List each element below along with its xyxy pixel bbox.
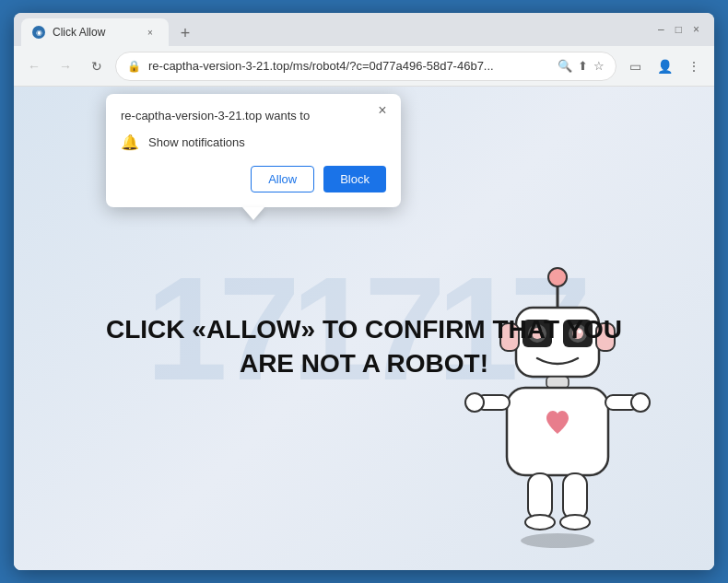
nav-right-icons: ▭ 👤 ⋮ — [622, 53, 707, 79]
minimize-button[interactable]: – — [658, 23, 664, 36]
svg-point-0 — [521, 533, 594, 548]
notification-popup: × re-captha-version-3-21.top wants to 🔔 … — [106, 94, 401, 207]
permission-text: Show notifications — [148, 135, 245, 149]
search-icon[interactable]: 🔍 — [558, 59, 572, 73]
window-controls: – □ × — [658, 23, 707, 36]
allow-button[interactable]: Allow — [251, 166, 314, 192]
popup-buttons: Allow Block — [121, 166, 386, 192]
captcha-line1: CLICK «ALLOW» TO CONFIRM THAT YOU — [106, 313, 622, 346]
svg-rect-21 — [563, 473, 587, 519]
svg-rect-20 — [528, 473, 552, 519]
svg-point-19 — [631, 393, 650, 412]
url-text: re-captha-version-3-21.top/ms/robot4/?c=… — [148, 59, 550, 73]
bookmark-icon[interactable]: ☆ — [593, 59, 605, 73]
tab-close-button[interactable]: × — [143, 25, 158, 40]
tab-area: ◉ Click Allow × + — [21, 13, 652, 46]
address-bar[interactable]: 🔒 re-captha-version-3-21.top/ms/robot4/?… — [115, 52, 616, 81]
close-window-button[interactable]: × — [693, 23, 699, 36]
popup-close-button[interactable]: × — [373, 101, 392, 120]
content-area: 171717 CLICK «ALLOW» TO CONFIRM THAT YOU… — [14, 87, 714, 570]
split-screen-button[interactable]: ▭ — [622, 53, 648, 79]
nav-bar: ← → ↻ 🔒 re-captha-version-3-21.top/ms/ro… — [14, 46, 714, 87]
svg-point-18 — [465, 393, 484, 412]
back-button[interactable]: ← — [21, 53, 47, 79]
profile-button[interactable]: 👤 — [652, 53, 677, 79]
captcha-message: CLICK «ALLOW» TO CONFIRM THAT YOU ARE NO… — [106, 313, 622, 380]
forward-button[interactable]: → — [53, 53, 78, 79]
popup-tail — [242, 207, 264, 220]
robot-illustration — [456, 257, 659, 552]
svg-point-22 — [525, 515, 555, 530]
browser-window: ◉ Click Allow × + – □ × ← → ↻ 🔒 re-capth… — [14, 13, 714, 570]
share-icon[interactable]: ⬆ — [578, 59, 588, 73]
menu-button[interactable]: ⋮ — [681, 53, 707, 79]
address-bar-icons: 🔍 ⬆ ☆ — [558, 59, 605, 73]
block-button[interactable]: Block — [323, 166, 386, 192]
svg-point-2 — [548, 268, 567, 286]
lock-icon: 🔒 — [127, 60, 141, 73]
popup-title: re-captha-version-3-21.top wants to — [121, 109, 386, 122]
title-bar: ◉ Click Allow × + – □ × — [14, 13, 714, 46]
maximize-button[interactable]: □ — [675, 23, 682, 36]
tab-title: Click Allow — [53, 26, 135, 39]
new-tab-button[interactable]: + — [172, 20, 198, 46]
browser-tab[interactable]: ◉ Click Allow × — [21, 18, 169, 46]
svg-point-23 — [560, 515, 590, 530]
captcha-line2: ARE NOT A ROBOT! — [106, 347, 622, 380]
popup-permission-row: 🔔 Show notifications — [121, 134, 386, 151]
tab-favicon: ◉ — [32, 26, 45, 39]
bell-icon: 🔔 — [121, 134, 139, 151]
refresh-button[interactable]: ↻ — [84, 53, 110, 79]
page-background: 171717 CLICK «ALLOW» TO CONFIRM THAT YOU… — [14, 87, 714, 570]
